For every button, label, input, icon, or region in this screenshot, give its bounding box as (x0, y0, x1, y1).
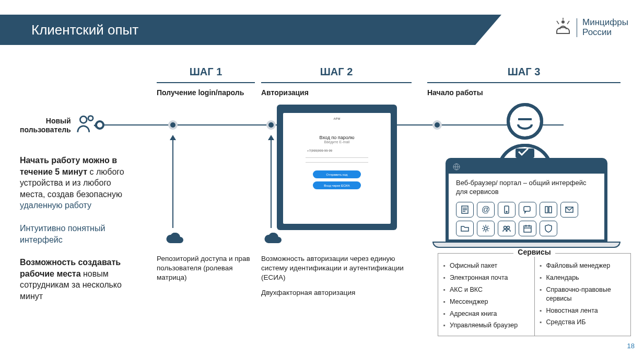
doc-icon (456, 202, 474, 218)
page-number: 18 (627, 342, 635, 350)
service-icon-grid: @ (456, 202, 597, 236)
svg-point-2 (88, 116, 93, 121)
globe-icon (453, 163, 460, 172)
benefit-3: Возможность создавать рабочие места новы… (20, 257, 136, 302)
service-item: Мессенджер (442, 296, 531, 308)
laptop-mockup: Веб-браузер/ портал – общий интерфейс дл… (446, 158, 607, 243)
tablet-field: +7(999)999-99-99 (307, 149, 332, 152)
laptop-titlebar (449, 161, 604, 174)
step-1-title: ШАГ 1 (157, 66, 255, 78)
tablet-input-2 (306, 162, 368, 163)
ministry-logo: Минцифры России (555, 17, 628, 38)
tablet-btn-2: Вход через ЕСИА (313, 181, 361, 189)
service-item: Электронная почта (442, 272, 531, 284)
chat-icon (519, 202, 536, 218)
svg-rect-15 (524, 226, 531, 232)
service-item: Офисный пакет (442, 260, 531, 272)
tablet-title: Вход по паролю (320, 135, 355, 140)
timeline-node-3 (432, 120, 442, 130)
services-box: Сервисы Офисный пакетЭлектронная почтаАК… (438, 253, 631, 336)
users-icon (498, 221, 516, 236)
new-user-label: Новыйпользователь (20, 117, 71, 134)
arrow-2 (271, 139, 272, 228)
step-3-title: ШАГ 3 (427, 66, 620, 78)
timeline-node-start (95, 120, 104, 130)
tablet-mockup: АРМ Вход по паролю Введите E-mail +7(999… (277, 105, 397, 230)
calendar-icon (519, 221, 536, 236)
svg-point-9 (506, 211, 507, 212)
svg-point-1 (80, 116, 87, 123)
service-item: Новостная лента (539, 305, 628, 317)
timeline-node-2 (266, 120, 276, 130)
tablet-brand: АРМ (334, 117, 341, 120)
step-3-rule (427, 82, 620, 83)
service-item: Справочно-правовые сервисы (539, 284, 628, 305)
mail-icon (560, 202, 578, 218)
services-title: Сервисы (513, 248, 555, 256)
logo-text: Минцифры России (582, 18, 628, 37)
at-icon: @ (477, 202, 495, 218)
step-2-desc: Возможность авторизации через единую сис… (261, 254, 407, 303)
step-2: ШАГ 2 Авторизация Возможность авторизаци… (261, 66, 412, 108)
service-item: Календарь (539, 272, 628, 284)
header-bar: Клиентский опыт (0, 15, 501, 45)
step-2-rule (261, 82, 412, 83)
services-col-1: Офисный пакетЭлектронная почтаАКС и ВКСМ… (442, 260, 531, 332)
tablet-btn-1: Отправить код (313, 170, 361, 178)
tablet-input-1 (306, 157, 368, 158)
service-item: Средства ИБ (539, 316, 628, 328)
tablet-sub: Введите E-mail (324, 140, 350, 144)
benefit-1: Начать работу можно в течение 5 минут с … (20, 155, 136, 211)
timeline-node-1 (168, 120, 178, 130)
service-item: Адресная книга (442, 308, 531, 320)
svg-rect-10 (524, 207, 530, 211)
step-2-title: ШАГ 2 (261, 66, 412, 78)
cloud-icon-2 (263, 232, 282, 249)
service-item: АКС и ВКС (442, 284, 531, 296)
gear-icon (477, 221, 495, 236)
emblem-icon (555, 17, 571, 38)
svg-point-0 (561, 20, 565, 24)
logo-divider (577, 18, 577, 37)
left-column: Новыйпользователь Начать работу можно в … (20, 113, 136, 314)
benefit-2: Интуитивно понятный интерфейс (20, 223, 136, 245)
shield-icon (540, 221, 557, 236)
slide-title: Клиентский опыт (31, 22, 138, 38)
arrow-1 (172, 139, 173, 228)
phone-icon (498, 202, 516, 218)
step-1-rule (157, 82, 255, 83)
services-col-2: Файловый менеджерКалендарьСправочно-прав… (539, 260, 628, 328)
step-1-subtitle: Получение login/пароль (157, 88, 255, 108)
svg-point-14 (507, 226, 510, 229)
step-1: ШАГ 1 Получение login/пароль Репозиторий… (157, 66, 255, 108)
service-item: Управляемый браузер (442, 319, 531, 332)
laptop-text: Веб-браузер/ портал – общий интерфейс дл… (456, 179, 597, 197)
step-1-desc: Репозиторий доступа и прав пользователя … (157, 254, 255, 288)
svg-point-13 (504, 226, 507, 229)
folder-icon (456, 221, 474, 236)
cloud-icon-1 (165, 232, 184, 249)
service-item: Файловый менеджер (539, 260, 628, 272)
book-icon (540, 202, 557, 218)
svg-rect-5 (516, 149, 534, 158)
svg-point-12 (484, 227, 487, 230)
steps-area: ШАГ 1 Получение login/пароль Репозиторий… (157, 66, 628, 348)
